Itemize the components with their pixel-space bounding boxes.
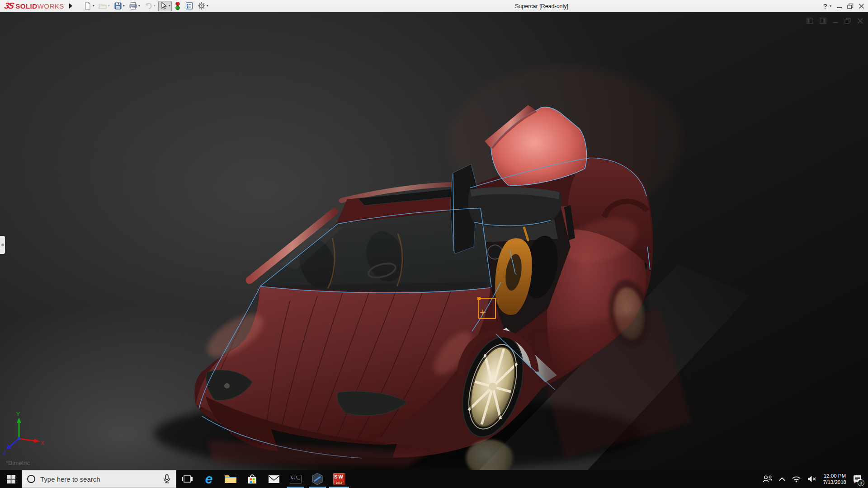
solidworks-logo-light: WORKS	[38, 2, 64, 10]
search-placeholder: Type here to search	[40, 475, 158, 483]
file-explorer-icon	[224, 474, 237, 484]
clock-date: 7/13/2018	[823, 479, 846, 485]
menu-expand-icon	[68, 3, 73, 9]
undo-button[interactable]: ▾	[143, 1, 157, 11]
taskbar-edrawings[interactable]	[307, 470, 328, 488]
undo-dropdown-caret[interactable]: ▾	[154, 4, 156, 8]
window-title: Supercar [Read-only]	[515, 0, 568, 12]
taskbar-clock[interactable]: 12:00 PM 7/13/2018	[820, 473, 850, 485]
file-properties-icon	[185, 2, 193, 10]
edge-icon: e	[205, 472, 213, 486]
solidworks-2017-icon: SW 2017	[333, 473, 345, 485]
clock-time: 12:00 PM	[823, 473, 846, 479]
command-prompt-icon: C:\_	[290, 475, 302, 483]
print-button[interactable]: ▾	[127, 1, 142, 11]
titlebar: 3S SOLID WORKS ▾ ▾ ▾	[0, 0, 868, 12]
search-input[interactable]: Type here to search	[22, 470, 176, 488]
save-dropdown-caret[interactable]: ▾	[123, 4, 125, 8]
view-orientation-label: *Dimetric	[6, 460, 30, 466]
titlebar-controls: ? ▾	[823, 0, 864, 12]
options-gear-icon	[198, 2, 206, 10]
graphics-viewport[interactable]: Y X Z *Dimetric	[0, 12, 868, 470]
quick-access-toolbar: ▾ ▾ ▾ ▾	[82, 0, 210, 12]
undo-icon	[144, 2, 153, 10]
close-button[interactable]	[859, 3, 864, 9]
system-tray: 12:00 PM 7/13/2018 3	[760, 470, 868, 488]
open-folder-icon	[99, 2, 107, 10]
restore-button[interactable]	[847, 3, 854, 9]
save-button[interactable]: ▾	[113, 1, 126, 11]
save-floppy-icon	[114, 2, 122, 10]
display-pane-toggle-icon[interactable]	[820, 18, 827, 24]
action-center-button[interactable]: 3	[850, 470, 865, 488]
open-dropdown-caret[interactable]: ▾	[108, 4, 110, 8]
open-button[interactable]: ▾	[97, 1, 111, 11]
taskbar-file-explorer[interactable]	[220, 470, 241, 488]
cortana-icon	[27, 474, 36, 483]
feature-manager-collapsed-tab[interactable]	[0, 236, 5, 254]
3d-model-supercar[interactable]: Y X Z	[0, 12, 868, 470]
help-button[interactable]: ?	[823, 2, 827, 10]
triad-z-label: Z	[3, 449, 6, 455]
minimize-button[interactable]	[836, 4, 842, 9]
notification-badge: 3	[858, 479, 864, 486]
wifi-icon	[792, 475, 801, 483]
solidworks-logo-bold: SOLID	[15, 2, 37, 10]
edrawings-hexagon-icon	[311, 473, 324, 485]
new-document-button[interactable]: ▾	[82, 1, 96, 11]
help-dropdown-caret[interactable]: ▾	[830, 4, 831, 8]
options-dropdown-caret[interactable]: ▾	[207, 4, 208, 8]
taskbar: Type here to search e	[0, 470, 868, 488]
solidworks-logo: 3S SOLID WORKS	[0, 1, 67, 11]
taskbar-solidworks-2017[interactable]: SW 2017	[328, 470, 350, 488]
speaker-muted-icon	[807, 475, 816, 483]
triad-x-label: X	[41, 440, 44, 446]
new-document-icon	[84, 2, 92, 10]
task-view-icon	[182, 475, 193, 483]
solidworks-icon-year: 2017	[333, 481, 345, 484]
new-dropdown-caret[interactable]: ▾	[93, 4, 94, 8]
document-close-icon[interactable]	[857, 18, 863, 24]
panel-tab-dot-icon	[1, 244, 4, 246]
options-button[interactable]: ▾	[196, 1, 210, 11]
network-button[interactable]	[788, 470, 804, 488]
taskbar-edge[interactable]: e	[198, 470, 220, 488]
rebuild-traffic-light-icon	[175, 1, 181, 10]
windows-logo-icon	[7, 475, 15, 483]
taskbar-store[interactable]	[241, 470, 263, 488]
start-button[interactable]	[0, 470, 22, 488]
menu-expand-button[interactable]	[67, 2, 74, 10]
select-button[interactable]: ▾	[158, 1, 172, 11]
print-icon	[129, 2, 137, 10]
volume-button[interactable]	[804, 470, 820, 488]
task-view-button[interactable]	[176, 470, 198, 488]
tray-overflow-button[interactable]	[776, 470, 788, 488]
document-restore-icon[interactable]	[844, 18, 851, 24]
taskbar-mail[interactable]	[263, 470, 285, 488]
select-dropdown-caret[interactable]: ▾	[169, 4, 170, 8]
people-icon	[763, 475, 773, 483]
select-cursor-icon	[160, 2, 168, 10]
triad-y-label: Y	[16, 411, 20, 417]
chevron-up-icon	[779, 477, 785, 481]
file-properties-button[interactable]	[184, 1, 195, 11]
rebuild-button[interactable]	[173, 1, 182, 11]
taskbar-command-prompt[interactable]: C:\_	[285, 470, 307, 488]
solidworks-icon-letters: SW	[333, 474, 345, 479]
print-dropdown-caret[interactable]: ▾	[138, 4, 140, 8]
solidworks-logo-mark: 3S	[4, 1, 14, 11]
mail-icon	[268, 475, 280, 483]
feature-pane-toggle-icon[interactable]	[807, 18, 814, 24]
microphone-icon[interactable]	[162, 474, 171, 484]
document-minimize-icon[interactable]	[833, 18, 839, 24]
people-button[interactable]	[760, 470, 776, 488]
document-window-controls	[807, 18, 863, 24]
store-icon	[247, 474, 258, 484]
